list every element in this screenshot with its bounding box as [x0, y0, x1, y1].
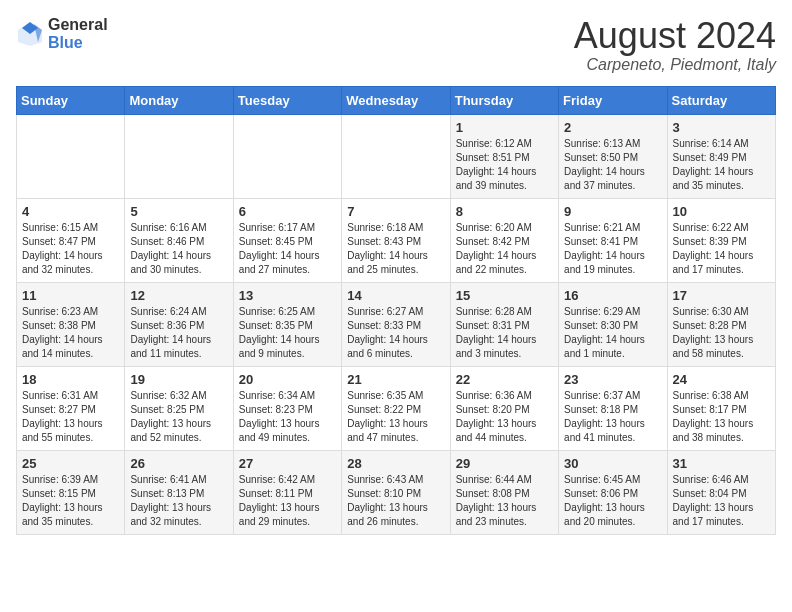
- day-number: 15: [456, 288, 553, 303]
- calendar-cell: 3Sunrise: 6:14 AM Sunset: 8:49 PM Daylig…: [667, 114, 775, 198]
- day-number: 24: [673, 372, 770, 387]
- day-number: 11: [22, 288, 119, 303]
- day-info: Sunrise: 6:12 AM Sunset: 8:51 PM Dayligh…: [456, 137, 553, 193]
- day-number: 6: [239, 204, 336, 219]
- day-number: 10: [673, 204, 770, 219]
- day-number: 23: [564, 372, 661, 387]
- calendar-cell: 23Sunrise: 6:37 AM Sunset: 8:18 PM Dayli…: [559, 366, 667, 450]
- day-info: Sunrise: 6:29 AM Sunset: 8:30 PM Dayligh…: [564, 305, 661, 361]
- calendar-cell: 14Sunrise: 6:27 AM Sunset: 8:33 PM Dayli…: [342, 282, 450, 366]
- calendar-week-row: 4Sunrise: 6:15 AM Sunset: 8:47 PM Daylig…: [17, 198, 776, 282]
- calendar-cell: 11Sunrise: 6:23 AM Sunset: 8:38 PM Dayli…: [17, 282, 125, 366]
- day-info: Sunrise: 6:32 AM Sunset: 8:25 PM Dayligh…: [130, 389, 227, 445]
- day-number: 27: [239, 456, 336, 471]
- day-info: Sunrise: 6:28 AM Sunset: 8:31 PM Dayligh…: [456, 305, 553, 361]
- day-info: Sunrise: 6:24 AM Sunset: 8:36 PM Dayligh…: [130, 305, 227, 361]
- day-number: 5: [130, 204, 227, 219]
- day-info: Sunrise: 6:17 AM Sunset: 8:45 PM Dayligh…: [239, 221, 336, 277]
- day-info: Sunrise: 6:30 AM Sunset: 8:28 PM Dayligh…: [673, 305, 770, 361]
- header-cell-tuesday: Tuesday: [233, 86, 341, 114]
- calendar-cell: 10Sunrise: 6:22 AM Sunset: 8:39 PM Dayli…: [667, 198, 775, 282]
- day-number: 31: [673, 456, 770, 471]
- day-info: Sunrise: 6:45 AM Sunset: 8:06 PM Dayligh…: [564, 473, 661, 529]
- day-info: Sunrise: 6:14 AM Sunset: 8:49 PM Dayligh…: [673, 137, 770, 193]
- day-info: Sunrise: 6:42 AM Sunset: 8:11 PM Dayligh…: [239, 473, 336, 529]
- day-info: Sunrise: 6:16 AM Sunset: 8:46 PM Dayligh…: [130, 221, 227, 277]
- calendar-cell: 6Sunrise: 6:17 AM Sunset: 8:45 PM Daylig…: [233, 198, 341, 282]
- logo: General Blue: [16, 16, 108, 51]
- day-info: Sunrise: 6:23 AM Sunset: 8:38 PM Dayligh…: [22, 305, 119, 361]
- day-info: Sunrise: 6:31 AM Sunset: 8:27 PM Dayligh…: [22, 389, 119, 445]
- calendar-table: SundayMondayTuesdayWednesdayThursdayFrid…: [16, 86, 776, 535]
- day-info: Sunrise: 6:39 AM Sunset: 8:15 PM Dayligh…: [22, 473, 119, 529]
- calendar-cell: 21Sunrise: 6:35 AM Sunset: 8:22 PM Dayli…: [342, 366, 450, 450]
- calendar-cell: 20Sunrise: 6:34 AM Sunset: 8:23 PM Dayli…: [233, 366, 341, 450]
- calendar-cell: 2Sunrise: 6:13 AM Sunset: 8:50 PM Daylig…: [559, 114, 667, 198]
- calendar-cell: 24Sunrise: 6:38 AM Sunset: 8:17 PM Dayli…: [667, 366, 775, 450]
- calendar-cell: 18Sunrise: 6:31 AM Sunset: 8:27 PM Dayli…: [17, 366, 125, 450]
- day-number: 12: [130, 288, 227, 303]
- day-info: Sunrise: 6:18 AM Sunset: 8:43 PM Dayligh…: [347, 221, 444, 277]
- day-number: 20: [239, 372, 336, 387]
- calendar-cell: 19Sunrise: 6:32 AM Sunset: 8:25 PM Dayli…: [125, 366, 233, 450]
- header-cell-friday: Friday: [559, 86, 667, 114]
- calendar-cell: 30Sunrise: 6:45 AM Sunset: 8:06 PM Dayli…: [559, 450, 667, 534]
- calendar-cell: 15Sunrise: 6:28 AM Sunset: 8:31 PM Dayli…: [450, 282, 558, 366]
- day-number: 21: [347, 372, 444, 387]
- calendar-cell: 7Sunrise: 6:18 AM Sunset: 8:43 PM Daylig…: [342, 198, 450, 282]
- header-cell-thursday: Thursday: [450, 86, 558, 114]
- day-number: 29: [456, 456, 553, 471]
- calendar-cell: 29Sunrise: 6:44 AM Sunset: 8:08 PM Dayli…: [450, 450, 558, 534]
- calendar-week-row: 18Sunrise: 6:31 AM Sunset: 8:27 PM Dayli…: [17, 366, 776, 450]
- day-number: 3: [673, 120, 770, 135]
- calendar-cell: 5Sunrise: 6:16 AM Sunset: 8:46 PM Daylig…: [125, 198, 233, 282]
- calendar-cell: [17, 114, 125, 198]
- logo-icon: [16, 20, 44, 48]
- calendar-cell: 1Sunrise: 6:12 AM Sunset: 8:51 PM Daylig…: [450, 114, 558, 198]
- day-info: Sunrise: 6:20 AM Sunset: 8:42 PM Dayligh…: [456, 221, 553, 277]
- calendar-cell: 17Sunrise: 6:30 AM Sunset: 8:28 PM Dayli…: [667, 282, 775, 366]
- calendar-cell: [342, 114, 450, 198]
- header: General Blue August 2024 Carpeneto, Pied…: [16, 16, 776, 74]
- day-info: Sunrise: 6:25 AM Sunset: 8:35 PM Dayligh…: [239, 305, 336, 361]
- calendar-cell: 25Sunrise: 6:39 AM Sunset: 8:15 PM Dayli…: [17, 450, 125, 534]
- day-info: Sunrise: 6:36 AM Sunset: 8:20 PM Dayligh…: [456, 389, 553, 445]
- day-number: 7: [347, 204, 444, 219]
- day-number: 4: [22, 204, 119, 219]
- calendar-cell: 28Sunrise: 6:43 AM Sunset: 8:10 PM Dayli…: [342, 450, 450, 534]
- day-info: Sunrise: 6:34 AM Sunset: 8:23 PM Dayligh…: [239, 389, 336, 445]
- calendar-cell: 26Sunrise: 6:41 AM Sunset: 8:13 PM Dayli…: [125, 450, 233, 534]
- logo-blue-text: Blue: [48, 34, 108, 52]
- calendar-week-row: 1Sunrise: 6:12 AM Sunset: 8:51 PM Daylig…: [17, 114, 776, 198]
- calendar-cell: 16Sunrise: 6:29 AM Sunset: 8:30 PM Dayli…: [559, 282, 667, 366]
- logo-general-text: General: [48, 16, 108, 34]
- day-info: Sunrise: 6:44 AM Sunset: 8:08 PM Dayligh…: [456, 473, 553, 529]
- logo-text: General Blue: [48, 16, 108, 51]
- calendar-cell: 12Sunrise: 6:24 AM Sunset: 8:36 PM Dayli…: [125, 282, 233, 366]
- day-number: 30: [564, 456, 661, 471]
- day-number: 1: [456, 120, 553, 135]
- day-number: 17: [673, 288, 770, 303]
- calendar-week-row: 25Sunrise: 6:39 AM Sunset: 8:15 PM Dayli…: [17, 450, 776, 534]
- day-number: 13: [239, 288, 336, 303]
- day-info: Sunrise: 6:15 AM Sunset: 8:47 PM Dayligh…: [22, 221, 119, 277]
- calendar-cell: 9Sunrise: 6:21 AM Sunset: 8:41 PM Daylig…: [559, 198, 667, 282]
- day-number: 2: [564, 120, 661, 135]
- day-info: Sunrise: 6:35 AM Sunset: 8:22 PM Dayligh…: [347, 389, 444, 445]
- header-cell-wednesday: Wednesday: [342, 86, 450, 114]
- day-number: 25: [22, 456, 119, 471]
- day-info: Sunrise: 6:22 AM Sunset: 8:39 PM Dayligh…: [673, 221, 770, 277]
- day-number: 14: [347, 288, 444, 303]
- day-number: 19: [130, 372, 227, 387]
- calendar-header-row: SundayMondayTuesdayWednesdayThursdayFrid…: [17, 86, 776, 114]
- day-info: Sunrise: 6:27 AM Sunset: 8:33 PM Dayligh…: [347, 305, 444, 361]
- day-number: 28: [347, 456, 444, 471]
- calendar-cell: 27Sunrise: 6:42 AM Sunset: 8:11 PM Dayli…: [233, 450, 341, 534]
- calendar-cell: 22Sunrise: 6:36 AM Sunset: 8:20 PM Dayli…: [450, 366, 558, 450]
- title-area: August 2024 Carpeneto, Piedmont, Italy: [574, 16, 776, 74]
- header-cell-monday: Monday: [125, 86, 233, 114]
- calendar-week-row: 11Sunrise: 6:23 AM Sunset: 8:38 PM Dayli…: [17, 282, 776, 366]
- calendar-cell: [125, 114, 233, 198]
- day-number: 18: [22, 372, 119, 387]
- day-number: 9: [564, 204, 661, 219]
